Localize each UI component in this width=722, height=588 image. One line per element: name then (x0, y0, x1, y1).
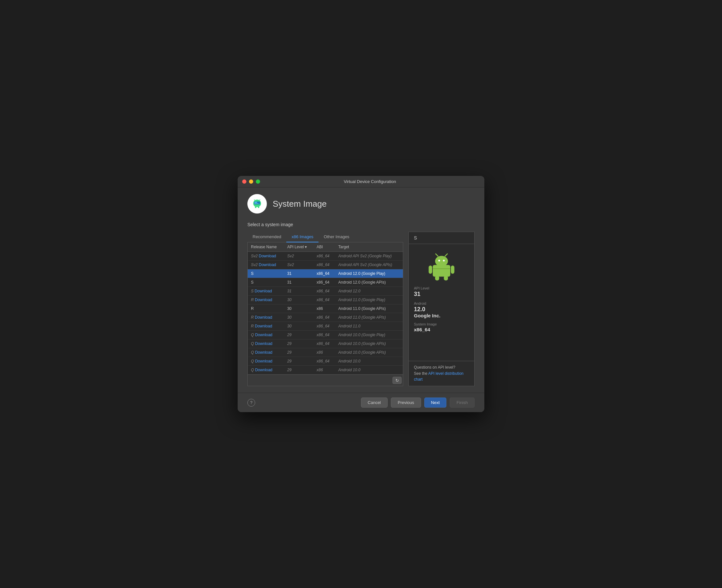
finish-button: Finish (450, 398, 475, 407)
download-link[interactable]: Download (255, 368, 272, 372)
table-row[interactable]: S31x86_64Android 12.0 (Google APIs) (248, 278, 403, 287)
minimize-button[interactable] (249, 180, 253, 184)
titlebar: Virtual Device Configuration (238, 176, 484, 188)
cell-release-name: Q Download (248, 357, 284, 366)
cell-api-level: Sv2 (284, 260, 314, 269)
cell-api-level: 29 (284, 331, 314, 339)
table-header-row: Release Name API Level ▾ ABI Target (248, 243, 403, 252)
download-link[interactable]: Download (255, 359, 272, 363)
download-link[interactable]: Download (254, 289, 272, 293)
col-release-name: Release Name (248, 243, 284, 252)
system-image-table[interactable]: Release Name API Level ▾ ABI Target Sv2 … (247, 243, 403, 375)
download-link[interactable]: Download (255, 324, 272, 329)
col-api-level[interactable]: API Level ▾ (284, 243, 314, 252)
previous-button[interactable]: Previous (391, 398, 421, 407)
table-row[interactable]: Sv2 DownloadSv2x86_64Android API Sv2 (Go… (248, 252, 403, 260)
cell-target: Android 10.0 (335, 366, 403, 375)
cell-abi: x86 (313, 366, 335, 375)
help-button[interactable]: ? (247, 399, 255, 406)
download-link[interactable]: Download (255, 350, 272, 355)
table-row[interactable]: R Download30x86_64Android 11.0 (Google A… (248, 313, 403, 322)
col-abi: ABI (313, 243, 335, 252)
cell-api-level: 29 (284, 339, 314, 348)
download-link[interactable]: Download (255, 298, 272, 302)
table-row[interactable]: R Download30x86_64Android 11.0 (Google P… (248, 296, 403, 304)
refresh-button[interactable]: ↻ (392, 377, 401, 384)
cell-api-level: 31 (284, 269, 314, 278)
cell-api-level: 29 (284, 348, 314, 357)
cell-abi: x86_64 (313, 296, 335, 304)
cell-abi: x86 (313, 304, 335, 313)
vendor-value: Google Inc. (414, 313, 469, 318)
detail-content: API Level 31 Android 12.0 Google Inc. Sy… (409, 244, 474, 361)
download-link[interactable]: Download (255, 341, 272, 346)
cell-api-level: 30 (284, 322, 314, 331)
svg-point-7 (435, 256, 448, 267)
left-panel: Recommended x86 Images Other Images Rele… (247, 232, 403, 386)
maximize-button[interactable] (256, 180, 260, 184)
download-link[interactable]: Download (259, 254, 276, 258)
cell-release-name: Q Download (248, 348, 284, 357)
table-row[interactable]: Q Download29x86Android 10.0 (248, 366, 403, 375)
table-row[interactable]: R Download30x86_64Android 11.0 (248, 322, 403, 331)
main-window: Virtual Device Configuration System Imag… (238, 176, 484, 412)
android-robot-icon (427, 252, 456, 281)
api-level-label: API Level (414, 286, 469, 290)
cell-abi: x86_64 (313, 339, 335, 348)
download-link[interactable]: Download (255, 333, 272, 337)
select-label: Select a system image (247, 222, 475, 227)
table-row[interactable]: R30x86Android 11.0 (Google APIs) (248, 304, 403, 313)
table-row[interactable]: Q Download29x86_64Android 10.0 (248, 357, 403, 366)
table-row[interactable]: Sv2 DownloadSv2x86_64Android API Sv2 (Go… (248, 260, 403, 269)
table-footer: ↻ (247, 375, 403, 386)
cell-abi: x86_64 (313, 260, 335, 269)
main-area: Recommended x86 Images Other Images Rele… (247, 232, 475, 386)
cancel-button[interactable]: Cancel (361, 398, 388, 407)
tab-recommended[interactable]: Recommended (247, 232, 286, 243)
table-row[interactable]: Q Download29x86Android 10.0 (Google APIs… (248, 348, 403, 357)
footer: ? Cancel Previous Next Finish (238, 393, 484, 412)
header-section: System Image (238, 188, 484, 219)
cell-release-name: Q Download (248, 366, 284, 375)
footer-buttons: Cancel Previous Next Finish (361, 398, 475, 407)
table-row[interactable]: S31x86_64Android 12.0 (Google Play) (248, 269, 403, 278)
cell-release-name: Sv2 Download (248, 252, 284, 260)
api-question-text: Questions on API level? (414, 365, 469, 370)
android-studio-logo (250, 197, 264, 211)
tab-otherimages[interactable]: Other Images (318, 232, 354, 243)
cell-release-name: R Download (248, 322, 284, 331)
android-robot-container (414, 252, 469, 281)
svg-rect-6 (433, 265, 450, 277)
svg-rect-14 (435, 276, 439, 280)
app-icon (247, 194, 267, 213)
table-row[interactable]: Q Download29x86_64Android 10.0 (Google P… (248, 331, 403, 339)
col-target: Target (335, 243, 403, 252)
cell-abi: x86 (313, 348, 335, 357)
cell-target: Android 11.0 (Google APIs) (335, 313, 403, 322)
cell-target: Android API Sv2 (Google Play) (335, 252, 403, 260)
cell-abi: x86_64 (313, 322, 335, 331)
svg-rect-5 (254, 203, 259, 204)
cell-release-name: R Download (248, 296, 284, 304)
cell-target: Android 11.0 (Google APIs) (335, 304, 403, 313)
see-text: See the (414, 371, 428, 376)
download-link[interactable]: Download (259, 262, 276, 267)
next-button[interactable]: Next (424, 398, 447, 407)
cell-abi: x86_64 (313, 357, 335, 366)
window-title: Virtual Device Configuration (260, 179, 480, 184)
download-link[interactable]: Download (255, 315, 272, 320)
cell-release-name: Q Download (248, 331, 284, 339)
table-row[interactable]: S Download31x86_64Android 12.0 (248, 287, 403, 296)
close-button[interactable] (242, 180, 246, 184)
system-image-value: x86_64 (414, 327, 469, 332)
cell-api-level: 30 (284, 304, 314, 313)
cell-api-level: 29 (284, 357, 314, 366)
content-area: Select a system image Recommended x86 Im… (238, 219, 484, 393)
cell-release-name: Sv2 Download (248, 260, 284, 269)
tab-x86images[interactable]: x86 Images (286, 232, 318, 243)
cell-api-level: 30 (284, 296, 314, 304)
table-row[interactable]: Q Download29x86_64Android 10.0 (Google A… (248, 339, 403, 348)
api-level-section: API Level 31 (414, 286, 469, 298)
android-version-value: 12.0 (414, 306, 469, 313)
cell-abi: x86_64 (313, 313, 335, 322)
